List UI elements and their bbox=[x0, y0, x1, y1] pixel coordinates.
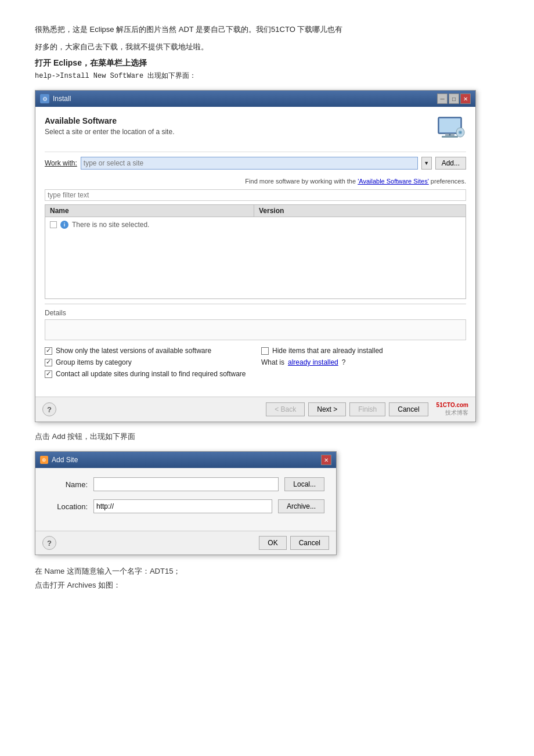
help-button[interactable]: ? bbox=[42, 402, 56, 416]
maximize-button[interactable]: □ bbox=[449, 93, 459, 104]
filter-input[interactable] bbox=[45, 189, 466, 201]
filter-row bbox=[45, 189, 466, 201]
dropdown-arrow[interactable]: ▼ bbox=[421, 157, 432, 170]
add-site-titlebar: ⊕ Add Site ✕ bbox=[35, 452, 336, 468]
details-textarea[interactable] bbox=[45, 319, 466, 340]
monitor-icon bbox=[436, 116, 466, 143]
install-dialog-footer: ? < Back Next > Finish Cancel 51CTO.com … bbox=[35, 397, 475, 422]
no-site-text: There is no site selected. bbox=[72, 221, 149, 229]
col-version: Version bbox=[254, 205, 466, 217]
install-dialog-body: Available Software Select a site or ente… bbox=[35, 107, 475, 397]
details-section: Details bbox=[45, 304, 466, 342]
option-row-5: What is already installed? bbox=[261, 358, 466, 366]
archive-button[interactable]: Archive... bbox=[278, 499, 324, 513]
install-dialog: ⚙ Install ─ □ ✕ Available Software Selec… bbox=[35, 90, 476, 422]
add-site-icon: ⊕ bbox=[40, 456, 48, 464]
svg-point-7 bbox=[460, 132, 461, 133]
titlebar-left: ⚙ Install bbox=[40, 94, 71, 103]
col-name: Name bbox=[45, 205, 254, 217]
options-area: Show only the latest versions of availab… bbox=[45, 347, 466, 381]
location-label: Location: bbox=[47, 502, 88, 511]
footer-buttons: < Back Next > Finish Cancel bbox=[266, 402, 428, 416]
add-site-cancel-button[interactable]: Cancel bbox=[290, 536, 329, 550]
close-button[interactable]: ✕ bbox=[460, 93, 471, 104]
group-category-checkbox[interactable] bbox=[45, 359, 52, 366]
install-dialog-titlebar: ⚙ Install ─ □ ✕ bbox=[35, 91, 475, 107]
add-site-body: Name: Local... Location: Archive... bbox=[35, 468, 336, 531]
available-software-title: Available Software bbox=[45, 116, 174, 125]
software-sites-text: Find more software by working with the bbox=[245, 178, 358, 185]
add-site-title: Add Site bbox=[52, 456, 78, 464]
work-with-input[interactable] bbox=[81, 157, 418, 170]
add-site-footer: ? OK Cancel bbox=[35, 531, 336, 555]
question-mark: ? bbox=[342, 358, 346, 366]
software-sites-link[interactable]: 'Available Software Sites' bbox=[358, 178, 429, 185]
show-latest-checkbox[interactable] bbox=[45, 347, 52, 355]
add-site-close[interactable]: ✕ bbox=[321, 455, 331, 465]
ok-button[interactable]: OK bbox=[259, 536, 286, 550]
work-with-label: Work with: bbox=[45, 159, 77, 167]
caption-2-line1: 在 Name 这而随意输入一个名字：ADT15； bbox=[35, 564, 499, 578]
intro-code: help->Install New SoftWare 出现如下界面： bbox=[35, 71, 499, 81]
table-row: i There is no site selected. bbox=[50, 221, 461, 229]
svg-point-4 bbox=[449, 134, 451, 136]
cancel-button[interactable]: Cancel bbox=[389, 402, 428, 416]
row-checkbox[interactable] bbox=[50, 221, 57, 228]
watermark-line1: 51CTO.com bbox=[436, 402, 468, 408]
add-button[interactable]: Add... bbox=[435, 157, 466, 170]
hide-installed-label: Hide items that are already installed bbox=[272, 347, 383, 355]
info-icon: i bbox=[60, 221, 68, 229]
finish-button[interactable]: Finish bbox=[349, 402, 385, 416]
dialog-header: Available Software Select a site or ente… bbox=[45, 116, 174, 143]
intro-bold: 打开 Eclipse，在菜单栏上选择 bbox=[35, 58, 499, 69]
software-sites-suffix: preferences. bbox=[429, 178, 466, 185]
option-row-4: Hide items that are already installed bbox=[261, 347, 466, 355]
local-button[interactable]: Local... bbox=[284, 477, 324, 491]
software-table: Name Version i There is no site selected… bbox=[45, 204, 466, 299]
caption-1: 点击 Add 按钮，出现如下界面 bbox=[35, 431, 499, 442]
table-content: i There is no site selected. bbox=[45, 217, 466, 298]
contact-sites-checkbox[interactable] bbox=[45, 370, 52, 378]
location-row: Location: Archive... bbox=[47, 499, 324, 513]
intro-line2: 好多的，大家自己去下载，我就不提供下载地址啦。 bbox=[35, 41, 499, 53]
name-label: Name: bbox=[47, 480, 88, 489]
svg-rect-3 bbox=[442, 136, 458, 138]
add-site-help[interactable]: ? bbox=[42, 536, 56, 550]
intro-line1: 很熟悉把，这是 Eclipse 解压后的图片当然 ADT 是要自己下载的。我们5… bbox=[35, 23, 499, 36]
options-right: Hide items that are already installed Wh… bbox=[261, 347, 466, 381]
dialog-icon: ⚙ bbox=[40, 94, 49, 103]
add-site-footer-buttons: OK Cancel bbox=[259, 536, 329, 550]
details-label: Details bbox=[45, 309, 466, 317]
add-site-controls: ✕ bbox=[321, 455, 331, 465]
contact-sites-label: Contact all update sites during install … bbox=[56, 370, 246, 378]
already-installed-link[interactable]: already installed bbox=[288, 358, 338, 366]
option-row-2: Group items by category bbox=[45, 358, 250, 366]
available-software-sub: Select a site or enter the location of a… bbox=[45, 128, 174, 136]
bottom-text: 在 Name 这而随意输入一个名字：ADT15； 点击打开 Archives 如… bbox=[35, 564, 499, 592]
next-button[interactable]: Next > bbox=[308, 402, 346, 416]
option-row-3: Contact all update sites during install … bbox=[45, 370, 250, 378]
back-button[interactable]: < Back bbox=[266, 402, 305, 416]
titlebar-controls: ─ □ ✕ bbox=[437, 93, 471, 104]
add-site-dialog: ⊕ Add Site ✕ Name: Local... Location: Ar… bbox=[35, 451, 337, 555]
name-row: Name: Local... bbox=[47, 477, 324, 491]
table-header: Name Version bbox=[45, 205, 466, 217]
monitor-icon-area bbox=[436, 116, 466, 145]
watermark-line2: 技术博客 bbox=[445, 409, 468, 417]
group-category-label: Group items by category bbox=[56, 358, 132, 366]
work-with-row: Work with: ▼ Add... bbox=[45, 152, 466, 174]
options-left: Show only the latest versions of availab… bbox=[45, 347, 250, 381]
minimize-button[interactable]: ─ bbox=[437, 93, 448, 104]
name-input[interactable] bbox=[93, 477, 279, 491]
intro-paragraph: 很熟悉把，这是 Eclipse 解压后的图片当然 ADT 是要自己下载的。我们5… bbox=[35, 23, 499, 81]
software-sites-info: Find more software by working with the '… bbox=[45, 178, 466, 185]
hide-installed-checkbox[interactable] bbox=[261, 347, 269, 355]
option-row-1: Show only the latest versions of availab… bbox=[45, 347, 250, 355]
dialog-title: Install bbox=[53, 95, 71, 103]
caption-2-line2: 点击打开 Archives 如图： bbox=[35, 578, 499, 592]
show-latest-label: Show only the latest versions of availab… bbox=[56, 347, 211, 355]
watermark: 51CTO.com 技术博客 bbox=[436, 402, 468, 417]
location-input[interactable] bbox=[93, 499, 272, 513]
what-is-text: What is bbox=[261, 358, 284, 366]
